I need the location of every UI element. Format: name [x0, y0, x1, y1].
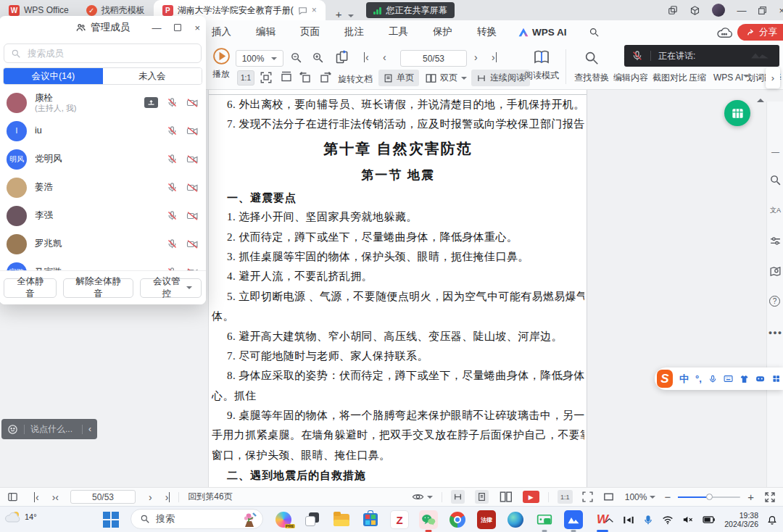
- meeting-app-button[interactable]: [564, 510, 583, 529]
- account-avatar[interactable]: [712, 4, 725, 17]
- menu-item[interactable]: 页面: [300, 25, 320, 38]
- member-search-box[interactable]: [4, 43, 202, 63]
- menu-wps-ai[interactable]: WPS AI: [518, 27, 567, 38]
- status-last-page-button[interactable]: ›: [165, 492, 170, 502]
- read-mode-button[interactable]: 阅读模式: [523, 47, 560, 82]
- last-page-button[interactable]: ›: [492, 52, 497, 62]
- meeting-chat-bubble[interactable]: 说点什么... ‹: [1, 419, 97, 439]
- panel-minimize-button[interactable]: —: [152, 22, 161, 33]
- restore-button[interactable]: [758, 6, 767, 15]
- camera-muted-icon[interactable]: [186, 183, 199, 193]
- page-number-input[interactable]: 50/53: [400, 50, 467, 67]
- chinese-mode-icon[interactable]: 中: [679, 373, 689, 386]
- dock-search-icon[interactable]: [769, 174, 782, 186]
- task-view-button[interactable]: [303, 510, 322, 529]
- weather-widget[interactable]: 14°: [4, 510, 37, 524]
- mic-muted-icon[interactable]: [167, 238, 178, 249]
- mic-muted-icon[interactable]: [167, 97, 178, 108]
- member-row[interactable]: 李强: [0, 201, 206, 230]
- collapse-chat-icon[interactable]: ‹: [88, 424, 91, 434]
- zoom-slider[interactable]: [678, 496, 740, 498]
- share-button[interactable]: 分享: [737, 24, 783, 41]
- menu-item[interactable]: 插入: [212, 25, 231, 38]
- member-row[interactable]: 家璇 马家璇: [0, 258, 206, 270]
- single-page-toggle[interactable]: 单页: [378, 70, 419, 86]
- member-row[interactable]: 康栓 (主持人, 我): [0, 88, 206, 117]
- camera-muted-icon[interactable]: [186, 98, 199, 108]
- actual-size-button[interactable]: 1:1: [237, 70, 254, 86]
- new-tab-button[interactable]: +: [336, 8, 342, 20]
- status-page-input[interactable]: 50/53: [70, 490, 136, 504]
- status-continuous-icon[interactable]: [451, 490, 465, 504]
- menu-item[interactable]: 批注: [344, 25, 364, 38]
- tab-comment-icon[interactable]: [298, 6, 307, 15]
- soft-keyboard-icon[interactable]: [724, 374, 733, 383]
- dock-more-icon[interactable]: ●●●: [769, 326, 782, 338]
- zoom-out-button[interactable]: [290, 51, 302, 64]
- voice-input-icon[interactable]: [708, 374, 717, 384]
- camera-muted-icon[interactable]: [186, 126, 199, 136]
- camera-muted-icon[interactable]: [186, 211, 199, 221]
- tray-volume-muted-icon[interactable]: [682, 515, 694, 525]
- fullscreen-icon[interactable]: [764, 491, 776, 503]
- mic-muted-icon[interactable]: [167, 125, 178, 136]
- taskbar-search[interactable]: 搜索: [130, 509, 263, 529]
- mute-all-button[interactable]: 全体静音: [4, 278, 57, 298]
- next-page-button[interactable]: ›: [474, 52, 478, 62]
- emoji-tool-icon[interactable]: [755, 374, 765, 383]
- taskbar-clock[interactable]: 19:38 2024/3/26: [724, 511, 758, 528]
- zoom-slider-knob[interactable]: [706, 494, 713, 500]
- dock-help-icon[interactable]: ?: [769, 296, 780, 307]
- docs-float-widget[interactable]: [724, 100, 750, 126]
- start-button[interactable]: [102, 510, 120, 529]
- mic-muted-icon[interactable]: [167, 210, 178, 221]
- skin-shirt-icon[interactable]: [740, 374, 749, 384]
- tab-list-caret-icon[interactable]: [348, 14, 354, 20]
- status-actual-size-button[interactable]: 1:1: [558, 490, 573, 504]
- pdf-page[interactable]: 6. 外出离校，要向辅导员、班长请假，并说清楚目的地，手机保持开机。7. 发现不…: [208, 90, 587, 487]
- minimize-button[interactable]: —: [737, 5, 746, 16]
- status-first-page-button[interactable]: ‹: [34, 492, 39, 502]
- camera-muted-icon[interactable]: [186, 239, 199, 249]
- chrome-button[interactable]: [448, 510, 467, 529]
- panel-close-button[interactable]: ×: [194, 22, 200, 33]
- chat-input-placeholder[interactable]: 说点什么...: [30, 423, 76, 436]
- menu-item[interactable]: 编辑: [256, 25, 276, 38]
- member-row[interactable]: 姜浩: [0, 173, 206, 201]
- smiley-icon[interactable]: [7, 424, 18, 435]
- widget-collapse-arrow-icon[interactable]: [757, 95, 764, 102]
- zoom-out-button[interactable]: −: [664, 491, 671, 503]
- dock-settings-sliders-icon[interactable]: [769, 235, 782, 247]
- mic-muted-icon[interactable]: [167, 154, 178, 165]
- tray-wifi-icon[interactable]: [662, 515, 674, 525]
- status-double-page-icon[interactable]: [499, 491, 513, 503]
- meeting-tray-icon[interactable]: [623, 515, 634, 525]
- status-fit-width-icon[interactable]: [602, 491, 615, 503]
- back-to-page-link[interactable]: 回到第46页: [188, 491, 232, 503]
- wechat-button[interactable]: [419, 510, 438, 529]
- zoom-level-select[interactable]: 100%: [236, 50, 283, 67]
- rotate-doc-label[interactable]: 旋转文档: [338, 73, 373, 86]
- double-page-toggle[interactable]: 双页: [420, 70, 472, 86]
- status-next-page-button[interactable]: ›: [149, 492, 152, 502]
- cloud-sync-icon[interactable]: [716, 26, 732, 38]
- notification-bell-icon[interactable]: [767, 515, 777, 525]
- punctuation-icon[interactable]: °,: [695, 373, 702, 384]
- sidebar-toggle-icon[interactable]: [7, 491, 18, 502]
- member-row[interactable]: 罗兆凯: [0, 230, 206, 258]
- edge-button[interactable]: [506, 510, 525, 529]
- fit-page-icon[interactable]: [260, 71, 273, 84]
- menu-item[interactable]: 保护: [433, 25, 452, 38]
- legal-app-button[interactable]: 法律: [477, 510, 496, 529]
- rotate-right-icon[interactable]: [319, 71, 332, 84]
- status-fit-screen-icon[interactable]: [581, 491, 594, 503]
- tab-close-icon[interactable]: ×: [312, 5, 317, 15]
- status-single-page-icon[interactable]: [475, 490, 489, 504]
- meeting-control-button[interactable]: 会议管控: [140, 278, 202, 298]
- skin-cube-icon[interactable]: [689, 5, 700, 16]
- status-zoom-select[interactable]: 100%: [625, 492, 656, 502]
- close-button[interactable]: ×: [779, 5, 783, 16]
- play-button[interactable]: 播放: [209, 47, 233, 80]
- sogou-logo-icon[interactable]: S: [657, 370, 673, 388]
- member-row[interactable]: I iu: [0, 117, 206, 145]
